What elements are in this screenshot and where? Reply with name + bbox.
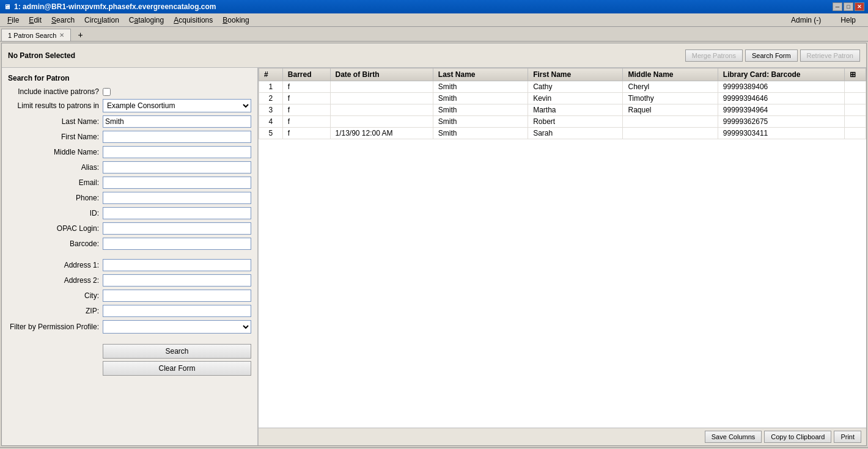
close-button[interactable]: ✕ (855, 2, 864, 11)
col-header-barred[interactable]: Barred (282, 68, 330, 81)
table-row[interactable]: 1 f Smith Cathy Cheryl 99999389406 (259, 81, 866, 93)
include-inactive-row: Include inactive patrons? (8, 87, 251, 96)
search-panel-title: Search for Patron (8, 74, 251, 82)
menu-acquisitions[interactable]: Acquisitions (169, 15, 218, 26)
city-row: City: (8, 290, 251, 302)
phone-label: Phone: (8, 194, 103, 202)
include-inactive-checkbox[interactable] (103, 88, 111, 96)
search-button[interactable]: Search (103, 344, 251, 359)
first-name-input[interactable] (103, 131, 251, 143)
copy-to-clipboard-button[interactable]: Copy to Clipboard (764, 431, 831, 443)
menu-file[interactable]: File (2, 15, 24, 26)
form-buttons: Search Clear Form (8, 344, 251, 376)
barcode-label: Barcode: (8, 239, 103, 248)
menu-edit[interactable]: Edit (24, 15, 46, 26)
search-panel: Search for Patron Include inactive patro… (2, 68, 259, 445)
alias-label: Alias: (8, 163, 103, 172)
alias-row: Alias: (8, 161, 251, 173)
menu-admin[interactable]: Admin (-) (786, 15, 826, 26)
menu-bar: File Edit Search Circulation Cataloging … (0, 13, 868, 27)
middle-name-row: Middle Name: (8, 146, 251, 158)
address1-label: Address 1: (8, 261, 103, 269)
print-button[interactable]: Print (834, 431, 861, 443)
col-header-icon[interactable]: ⊞ (844, 68, 866, 81)
content-area: Search for Patron Include inactive patro… (2, 68, 866, 445)
menu-help[interactable]: Help (836, 15, 861, 26)
patron-top-bar: No Patron Selected Merge Patrons Search … (2, 43, 866, 68)
results-bottom-bar: Save Columns Copy to Clipboard Print (259, 428, 866, 445)
patron-status: No Patron Selected (8, 51, 75, 60)
title-bar-text: 1: admin@BR1-winxpvmfx.phasefx.evergreen… (14, 2, 216, 11)
id-row: ID: (8, 207, 251, 219)
table-row[interactable]: 4 f Smith Robert 99999362675 (259, 116, 866, 128)
col-header-lastname[interactable]: Last Name (433, 68, 528, 81)
email-input[interactable] (103, 177, 251, 189)
tab-add-button[interactable]: + (73, 29, 88, 41)
tab-close-icon[interactable]: ✕ (59, 32, 64, 38)
minimize-button[interactable]: ─ (833, 2, 842, 11)
filter-profile-label: Filter by Permission Profile: (8, 323, 103, 331)
last-name-input[interactable] (103, 115, 251, 128)
col-header-firstname[interactable]: First Name (528, 68, 623, 81)
menu-cataloging[interactable]: Cataloging (124, 15, 169, 26)
email-row: Email: (8, 177, 251, 189)
address1-row: Address 1: (8, 259, 251, 271)
retrieve-patron-button[interactable]: Retrieve Patron (800, 49, 860, 62)
first-name-row: First Name: (8, 131, 251, 143)
limit-results-label: Limit results to patrons in (8, 101, 103, 110)
filter-profile-row: Filter by Permission Profile: (8, 320, 251, 334)
results-table-container[interactable]: # Barred Date of Birth Last Name First N… (259, 68, 866, 428)
clear-form-button[interactable]: Clear Form (103, 361, 251, 376)
phone-row: Phone: (8, 192, 251, 204)
col-header-num[interactable]: # (259, 68, 283, 81)
merge-patrons-button[interactable]: Merge Patrons (685, 49, 743, 62)
address2-label: Address 2: (8, 276, 103, 285)
col-header-libcard[interactable]: Library Card: Barcode (718, 68, 844, 81)
address1-input[interactable] (103, 259, 251, 271)
opac-login-label: OPAC Login: (8, 224, 103, 233)
main-window: No Patron Selected Merge Patrons Search … (1, 43, 867, 446)
title-bar: 🖥 1: admin@BR1-winxpvmfx.phasefx.evergre… (0, 0, 868, 13)
search-form-button[interactable]: Search Form (745, 49, 798, 62)
menu-circulation[interactable]: Circulation (79, 15, 124, 26)
app-icon: 🖥 (4, 3, 10, 10)
last-name-label: Last Name: (8, 117, 103, 126)
zip-row: ZIP: (8, 305, 251, 317)
city-label: City: (8, 291, 103, 300)
tab-patron-search[interactable]: 1 Patron Search ✕ (1, 29, 71, 41)
address2-row: Address 2: (8, 274, 251, 287)
barcode-row: Barcode: (8, 238, 251, 250)
limit-results-select[interactable]: Example Consortium (103, 99, 251, 112)
city-input[interactable] (103, 290, 251, 302)
id-input[interactable] (103, 207, 251, 219)
menu-search[interactable]: Search (46, 15, 79, 26)
limit-results-row: Limit results to patrons in Example Cons… (8, 99, 251, 112)
results-table: # Barred Date of Birth Last Name First N… (259, 68, 866, 139)
menu-booking[interactable]: Booking (218, 15, 254, 26)
id-label: ID: (8, 209, 103, 217)
first-name-label: First Name: (8, 133, 103, 141)
include-inactive-label: Include inactive patrons? (8, 87, 103, 96)
opac-login-row: OPAC Login: (8, 222, 251, 235)
save-columns-button[interactable]: Save Columns (705, 431, 762, 443)
results-panel: # Barred Date of Birth Last Name First N… (259, 68, 866, 445)
middle-name-input[interactable] (103, 146, 251, 158)
address2-input[interactable] (103, 274, 251, 287)
col-header-middlename[interactable]: Middle Name (623, 68, 718, 81)
alias-input[interactable] (103, 161, 251, 173)
zip-label: ZIP: (8, 307, 103, 315)
middle-name-label: Middle Name: (8, 148, 103, 156)
opac-login-input[interactable] (103, 222, 251, 235)
col-header-dob[interactable]: Date of Birth (330, 68, 433, 81)
last-name-row: Last Name: (8, 115, 251, 128)
email-label: Email: (8, 178, 103, 187)
table-row[interactable]: 3 f Smith Martha Raquel 99999394964 (259, 104, 866, 116)
tab-bar: 1 Patron Search ✕ + (0, 27, 868, 42)
zip-input[interactable] (103, 305, 251, 317)
barcode-input[interactable] (103, 238, 251, 250)
table-row[interactable]: 2 f Smith Kevin Timothy 99999394646 (259, 93, 866, 104)
filter-profile-select[interactable] (103, 320, 251, 334)
phone-input[interactable] (103, 192, 251, 204)
maximize-button[interactable]: □ (844, 2, 853, 11)
table-row[interactable]: 5 f 1/13/90 12:00 AM Smith Sarah 9999930… (259, 128, 866, 139)
